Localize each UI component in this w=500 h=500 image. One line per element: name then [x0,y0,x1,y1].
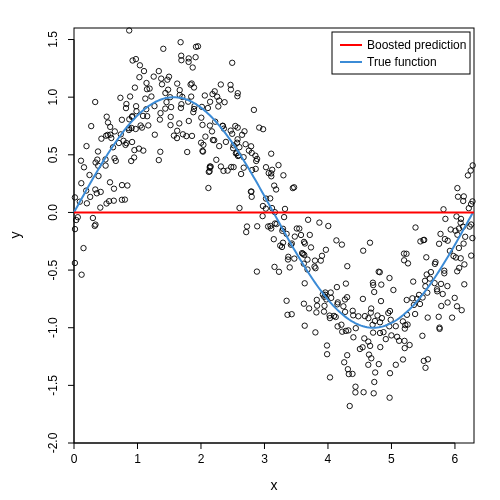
data-point [186,56,191,61]
data-point [404,297,409,302]
legend: Boosted prediction True function [332,32,470,74]
data-point [413,225,418,230]
data-point [119,182,124,187]
data-point [402,338,407,343]
data-point [95,149,100,154]
data-point [314,303,319,308]
data-point [345,353,350,358]
data-point [381,330,386,335]
data-point [237,205,242,210]
data-point [420,333,425,338]
data-point [132,85,137,90]
data-point [158,110,163,115]
data-point [452,295,457,300]
data-point [353,390,358,395]
data-point [317,220,322,225]
data-point [130,58,135,63]
data-point [436,314,441,319]
data-point [461,241,466,246]
data-point [284,298,289,303]
data-point [378,344,383,349]
data-point [84,143,89,148]
data-point [103,163,108,168]
data-point [179,102,184,107]
data-point [455,185,460,190]
data-point [189,94,194,99]
data-point [327,375,332,380]
data-point [206,185,211,190]
data-point [372,289,377,294]
data-point [228,128,233,133]
data-point [455,194,460,199]
data-point [137,75,142,80]
y-tick-label: -1.0 [46,317,60,338]
x-tick-label: 6 [452,452,459,466]
data-point [347,403,352,408]
data-point [463,234,468,239]
data-point [218,164,223,169]
data-point [207,123,212,128]
data-point [230,131,235,136]
data-point [436,241,441,246]
y-tick-label: -1.5 [46,375,60,396]
data-point [209,129,214,134]
data-point [93,99,98,104]
data-point [111,186,116,191]
data-point [462,282,467,287]
data-point [417,301,422,306]
data-point [131,155,136,160]
data-point [141,68,146,73]
data-point [243,142,248,147]
data-point [362,336,367,341]
data-point [175,128,180,133]
data-point [207,99,212,104]
data-point [222,100,227,105]
data-point [456,245,461,250]
y-tick-label: -2.0 [46,432,60,453]
data-point [152,132,157,137]
data-point [313,330,318,335]
data-point [270,167,275,172]
data-point [72,260,77,265]
data-points [72,28,475,409]
data-point [334,284,339,289]
data-point [98,205,103,210]
data-point [439,303,444,308]
data-point [361,390,366,395]
data-point [269,151,274,156]
data-point [302,281,307,286]
data-point [99,136,104,141]
data-point [146,123,151,128]
x-axis: 0123456 [71,443,459,466]
data-point [178,40,183,45]
data-point [462,262,467,267]
data-point [449,315,454,320]
data-point [125,183,130,188]
data-point [443,216,448,221]
y-tick-label: 0.5 [46,146,60,163]
data-point [164,99,169,104]
x-tick-label: 4 [325,452,332,466]
data-point [342,360,347,365]
data-point [214,157,219,162]
data-point [401,258,406,263]
x-tick-label: 0 [71,452,78,466]
data-point [276,269,281,274]
data-point [159,82,164,87]
data-point [323,247,328,252]
data-point [391,287,396,292]
data-point [334,238,339,243]
data-point [454,214,459,219]
data-point [168,122,173,127]
legend-label-true: True function [367,55,437,69]
data-point [127,28,132,33]
data-point [423,365,428,370]
data-point [230,60,235,65]
data-point [351,335,356,340]
y-tick-label: 1.5 [46,31,60,48]
data-point [200,122,205,127]
data-point [425,315,430,320]
data-point [107,180,112,185]
data-point [218,82,223,87]
data-point [186,118,191,123]
